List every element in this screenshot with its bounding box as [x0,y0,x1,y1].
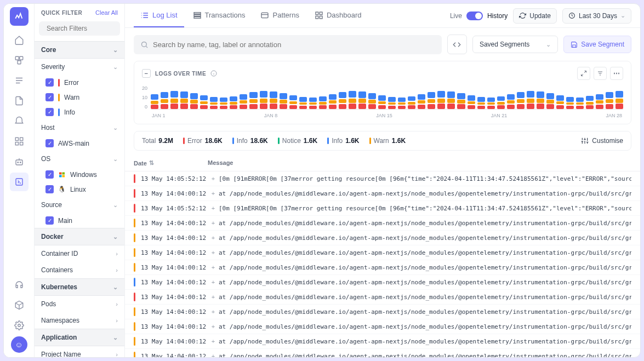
expand-row-button[interactable]: + [208,249,219,256]
save-icon [571,41,578,48]
log-row[interactable]: 13 May 14:04:00:12 + at /app/node_module… [125,334,640,349]
expand-row-button[interactable]: + [208,190,219,197]
code-view-button[interactable] [447,35,467,54]
filter-search-input[interactable] [47,25,125,32]
saved-segments-dropdown[interactable]: Saved Segments⌄ [472,36,558,53]
tab-patterns[interactable]: Patterns [254,4,305,27]
log-message: [0m [91mERROR[0m [37merror getting resou… [219,205,631,212]
expand-row-button[interactable]: + [208,308,219,315]
expand-row-button[interactable]: + [208,175,219,182]
chevron-down-icon: ⌄ [113,284,118,291]
stat-error: Error 18.6K [183,137,223,145]
sub-containers[interactable]: Containers› [35,262,124,278]
more-button[interactable]: ⋯ [610,67,623,80]
nav-settings-icon[interactable] [10,316,29,335]
severity-indicator [134,189,135,198]
log-row[interactable]: 13 May 14:04:00:12 + at /app/node_module… [125,186,640,201]
expand-row-button[interactable]: + [208,338,219,345]
svg-rect-31 [261,13,268,18]
group-kubernetes[interactable]: Kubernetes⌄ [35,278,124,296]
sub-severity[interactable]: Severity⌄ [35,59,124,75]
sub-namespaces[interactable]: Namespaces› [35,312,124,329]
group-docker[interactable]: Docker⌄ [35,228,124,245]
log-row[interactable]: 13 May 14:04:00:12 + at /app/node_module… [125,275,640,290]
svg-rect-2 [18,61,21,64]
date-range-button[interactable]: Last 30 Days⌄ [562,8,631,24]
log-row[interactable]: 13 May 14:04:00:12 + at /app/node_module… [125,260,640,275]
filter-warn[interactable]: ✓Warn [35,90,124,105]
expand-row-button[interactable]: + [208,279,219,285]
expand-button[interactable] [577,67,590,80]
live-history-toggle[interactable]: Live History [450,12,508,20]
tab-transactions[interactable]: Transactions [186,4,252,27]
tab-dashboard[interactable]: Dashboard [308,4,368,27]
group-core[interactable]: Core⌄ [35,41,124,59]
log-date: 13 May 14:04:00:12 [141,190,208,197]
filter-button[interactable] [594,67,607,80]
app-logo[interactable] [10,7,29,26]
collapse-button[interactable]: − [142,69,151,78]
log-row[interactable]: 13 May 14:04:00:12 + at /app/node_module… [125,216,640,231]
col-date[interactable]: Date ⇅ [134,159,208,167]
main-search[interactable] [134,35,442,54]
expand-row-button[interactable]: + [208,205,219,211]
clear-all-link[interactable]: Clear All [95,9,118,16]
expand-row-button[interactable]: + [208,234,219,241]
log-row[interactable]: 13 May 14:04:00:12 + at /app/node_module… [125,319,640,334]
user-avatar[interactable]: ☺ [11,336,27,353]
log-row[interactable]: 13 May 14:05:52:12 + [0m [91mERROR[0m [3… [125,201,640,216]
nav-list-icon[interactable] [10,71,29,90]
log-row[interactable]: 13 May 14:05:52:12 + [0m [91mERROR[0m [3… [125,171,640,186]
nav-logs-icon[interactable] [10,173,29,191]
nav-grid-icon[interactable] [10,132,29,151]
nav-alert-icon[interactable] [10,112,29,130]
expand-icon [580,70,587,77]
logs-chart-panel: − LOGS OVER TIME ⋯ 20 10 0 J [134,61,631,124]
filter-error[interactable]: ✓Error [35,75,124,90]
nav-stack-icon[interactable] [10,51,29,70]
log-row[interactable]: 13 May 14:04:00:12 + at /app/node_module… [125,231,640,245]
expand-row-button[interactable]: + [208,294,219,300]
nav-cube-icon[interactable] [10,296,29,314]
expand-row-button[interactable]: + [208,264,219,271]
filter-aws-main[interactable]: ✓AWS-main [35,136,124,151]
log-row[interactable]: 13 May 14:04:00:12 + at /app/node_module… [125,349,640,357]
expand-row-button[interactable]: + [208,353,219,357]
update-button[interactable]: Update [513,8,557,24]
main-search-input[interactable] [153,41,435,49]
svg-point-15 [18,324,20,327]
sub-pods[interactable]: Pods› [35,296,124,312]
sub-project-name[interactable]: Project Name› [35,346,124,357]
filter-windows[interactable]: ✓Windows [35,167,124,182]
nav-file-icon[interactable] [10,91,29,110]
svg-line-39 [146,46,147,48]
nav-support-icon[interactable] [10,276,29,294]
filter-info[interactable]: ✓Info [35,105,124,119]
severity-indicator [134,204,135,213]
sub-source[interactable]: Source⌄ [35,197,124,213]
sub-container-id[interactable]: Container ID› [35,245,124,262]
filter-linux[interactable]: ✓🐧Linux [35,182,124,197]
tab-log-list[interactable]: Log List [134,4,184,27]
severity-indicator [134,352,135,357]
save-segment-button[interactable]: Save Segment [563,36,631,53]
main-tabs: Log List Transactions Patterns Dashboard [134,4,368,27]
group-application[interactable]: Application⌄ [35,329,124,346]
linux-icon: 🐧 [58,186,66,193]
svg-rect-0 [15,56,19,60]
log-date: 13 May 14:04:00:12 [141,308,208,316]
expand-row-button[interactable]: + [208,323,219,330]
nav-bot-icon[interactable] [10,152,29,171]
more-icon: ⋯ [613,70,620,77]
log-date: 13 May 14:04:00:12 [141,279,208,286]
sub-host[interactable]: Host⌄ [35,119,124,136]
log-row[interactable]: 13 May 14:04:00:12 + at /app/node_module… [125,305,640,319]
log-row[interactable]: 13 May 14:04:00:12 + at /app/node_module… [125,290,640,305]
filter-search[interactable] [39,21,120,36]
filter-main[interactable]: ✓Main [35,213,124,228]
customise-button[interactable]: Customise [581,137,623,145]
expand-row-button[interactable]: + [208,220,219,226]
nav-home-icon[interactable] [10,31,29,49]
sub-os[interactable]: OS⌄ [35,151,124,167]
log-row[interactable]: 13 May 14:04:00:12 + at /app/node_module… [125,245,640,260]
